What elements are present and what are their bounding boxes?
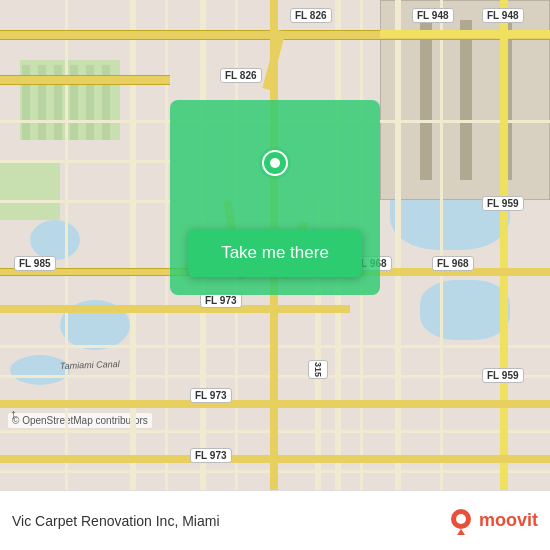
runway-2 <box>460 20 472 180</box>
road-fl948-h <box>380 30 550 38</box>
road-minor-v2 <box>165 0 168 490</box>
label-fl826-1: FL 826 <box>290 8 332 23</box>
label-fl959-2: FL 959 <box>482 368 524 383</box>
park-area-2 <box>0 160 60 220</box>
runway-1 <box>420 20 432 180</box>
label-fl959-1: FL 959 <box>482 196 524 211</box>
moovit-brand-text: moovit <box>479 510 538 531</box>
label-fl973-bot2: FL 973 <box>190 448 232 463</box>
canal-label: Tamiami Canal <box>60 359 120 371</box>
svg-point-4 <box>456 514 466 524</box>
label-fl826-2: FL 826 <box>220 68 262 83</box>
road-minor-h2 <box>0 160 170 163</box>
map-pin <box>255 145 295 199</box>
svg-marker-5 <box>457 529 465 535</box>
road-minor-v5 <box>440 0 443 490</box>
map-container: Tamiami Canal FL 826 FL 826 FL 948 FL 94… <box>0 0 550 490</box>
label-v-road: 315 <box>308 360 328 379</box>
label-fl968-2: FL 968 <box>432 256 474 271</box>
take-me-there-button[interactable]: Take me there <box>188 229 362 277</box>
moovit-pin-icon <box>447 507 475 535</box>
road-v4 <box>395 0 401 490</box>
label-fl973-mid: FL 973 <box>200 293 242 308</box>
road-minor-h3 <box>0 200 170 203</box>
info-bar: Vic Carpet Renovation Inc, Miami moovit <box>0 490 550 550</box>
road-v1 <box>130 0 136 490</box>
road-fl826-h2 <box>0 75 170 85</box>
moovit-logo: moovit <box>447 507 538 535</box>
road-fl973-h1 <box>0 305 350 313</box>
label-fl948-2: FL 948 <box>482 8 524 23</box>
label-fl985: FL 985 <box>14 256 56 271</box>
water-area-2 <box>420 280 510 340</box>
svg-point-2 <box>270 158 280 168</box>
road-minor-v1 <box>65 0 68 490</box>
business-info: Vic Carpet Renovation Inc, Miami <box>12 513 220 529</box>
road-fl959-v <box>500 0 508 490</box>
water-area-4 <box>30 220 80 260</box>
label-fl948-1: FL 948 <box>412 8 454 23</box>
compass-arrow: ↑ <box>10 406 17 422</box>
label-fl973-bot: FL 973 <box>190 388 232 403</box>
